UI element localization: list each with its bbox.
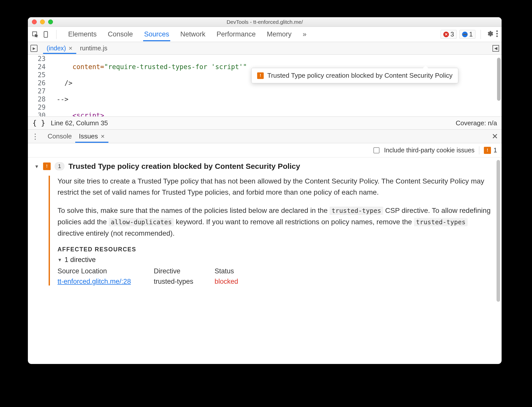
warning-badge[interactable]: ! 1 — [484, 147, 497, 154]
message-badge[interactable]: ➖ 1 — [459, 30, 476, 39]
issue-count-badge: 1 — [55, 162, 64, 170]
file-tab-runtime[interactable]: runtime.js — [76, 43, 111, 54]
file-tab-label: runtime.js — [80, 45, 107, 52]
drawer-tabs: ⋮ Console Issues ✕ ✕ — [28, 130, 502, 143]
svg-rect-1 — [44, 31, 48, 37]
tab-sources[interactable]: Sources — [143, 27, 170, 41]
issue-header[interactable]: ▼ ! 1 Trusted Type policy creation block… — [34, 162, 495, 171]
message-icon: ➖ — [462, 32, 468, 37]
error-badge[interactable]: ✕ 3 — [441, 30, 457, 39]
status-value: blocked — [215, 278, 265, 286]
line-gutter: 23 24 25 26 27 28 29 30 — [28, 55, 49, 116]
warning-icon: ! — [43, 162, 51, 170]
drawer-tab-issues[interactable]: Issues ✕ — [75, 130, 108, 143]
issue-paragraph: Your site tries to create a Trusted Type… — [58, 176, 495, 198]
tab-elements[interactable]: Elements — [67, 27, 98, 41]
drawer-tab-label: Issues — [79, 132, 98, 140]
svg-point-5 — [496, 35, 498, 37]
devtools-window: DevTools - tt-enforced.glitch.me/ Elemen… — [28, 17, 502, 364]
kebab-menu-icon[interactable] — [496, 30, 498, 39]
tooltip-arrow — [423, 66, 429, 69]
error-icon: ✕ — [443, 32, 449, 37]
scrollbar-thumb[interactable] — [497, 160, 500, 302]
window-title: DevTools - tt-enforced.glitch.me/ — [28, 19, 502, 25]
separator — [56, 30, 56, 39]
issue-title: Trusted Type policy creation blocked by … — [68, 162, 300, 171]
disclosure-triangle-icon[interactable]: ▼ — [34, 164, 39, 169]
settings-icon[interactable] — [486, 30, 493, 39]
directive-count: 1 directive — [65, 256, 96, 264]
affected-table: Source Location Directive Status tt-enfo… — [58, 267, 495, 286]
tab-performance[interactable]: Performance — [216, 27, 257, 41]
affected-heading: AFFECTED RESOURCES — [58, 246, 495, 253]
drawer-tab-console[interactable]: Console — [44, 130, 75, 143]
issues-panel: ▼ ! 1 Trusted Type policy creation block… — [28, 157, 502, 364]
tab-network[interactable]: Network — [179, 27, 206, 41]
tooltip-text: Trusted Type policy creation blocked by … — [267, 72, 452, 79]
source-location-link[interactable]: tt-enforced.glitch.me/:28 — [58, 278, 154, 286]
col-directive: Directive — [154, 267, 215, 275]
file-tabs: ▶ (index) ✕ runtime.js ◀ — [28, 42, 502, 55]
svg-point-4 — [496, 33, 498, 34]
inspect-icon[interactable] — [31, 31, 39, 38]
directive-value: trusted-types — [154, 278, 215, 286]
format-icon[interactable]: { } — [32, 119, 45, 127]
separator — [479, 146, 479, 154]
collapse-sidebar-icon[interactable]: ◀ — [492, 45, 499, 52]
issue-body: Your site tries to create a Trusted Type… — [49, 176, 495, 286]
issues-toolbar: Include third-party cookie issues ! 1 — [28, 143, 502, 157]
file-tab-label: (index) — [47, 45, 66, 52]
device-icon[interactable] — [43, 31, 50, 38]
warning-icon: ! — [257, 72, 264, 79]
main-toolbar: Elements Console Sources Network Perform… — [28, 27, 502, 42]
tab-memory[interactable]: Memory — [266, 27, 293, 41]
file-tab-index[interactable]: (index) ✕ — [43, 43, 76, 54]
close-drawer-icon[interactable]: ✕ — [492, 132, 498, 141]
cookie-checkbox[interactable] — [373, 147, 379, 153]
editor-status-bar: { } Line 62, Column 35 Coverage: n/a — [28, 116, 502, 130]
disclosure-triangle-icon[interactable]: ▼ — [58, 257, 62, 263]
warning-icon: ! — [484, 147, 491, 154]
issue-paragraph: To solve this, make sure that the names … — [58, 205, 495, 239]
separator — [481, 30, 481, 39]
svg-point-3 — [496, 30, 498, 32]
toolbar-left: Elements Console Sources Network Perform… — [31, 27, 308, 41]
cookie-label: Include third-party cookie issues — [384, 147, 474, 154]
kebab-menu-icon[interactable]: ⋮ — [31, 135, 39, 137]
tab-console[interactable]: Console — [107, 27, 134, 41]
titlebar: DevTools - tt-enforced.glitch.me/ — [28, 17, 502, 27]
warning-count: 1 — [493, 147, 497, 154]
cursor-position: Line 62, Column 35 — [51, 119, 108, 127]
code-editor[interactable]: 23 24 25 26 27 28 29 30 content="require… — [28, 55, 502, 116]
close-icon[interactable]: ✕ — [101, 133, 105, 139]
error-count: 3 — [450, 31, 454, 38]
scrollbar-thumb[interactable] — [497, 58, 501, 101]
toolbar-right: ✕ 3 ➖ 1 — [441, 30, 498, 39]
directive-group[interactable]: ▼ 1 directive — [58, 256, 495, 264]
col-source: Source Location — [58, 267, 154, 275]
close-icon[interactable]: ✕ — [68, 45, 73, 51]
code-content: content="require-trusted-types-for 'scri… — [49, 55, 497, 116]
col-status: Status — [215, 267, 265, 275]
warning-tooltip: ! Trusted Type policy creation blocked b… — [251, 68, 458, 83]
panel-tabs: Elements Console Sources Network Perform… — [67, 27, 308, 41]
coverage-status: Coverage: n/a — [456, 119, 497, 127]
resume-icon[interactable]: ▶ — [30, 45, 37, 52]
message-count: 1 — [469, 31, 473, 38]
tab-more[interactable]: » — [302, 27, 308, 41]
